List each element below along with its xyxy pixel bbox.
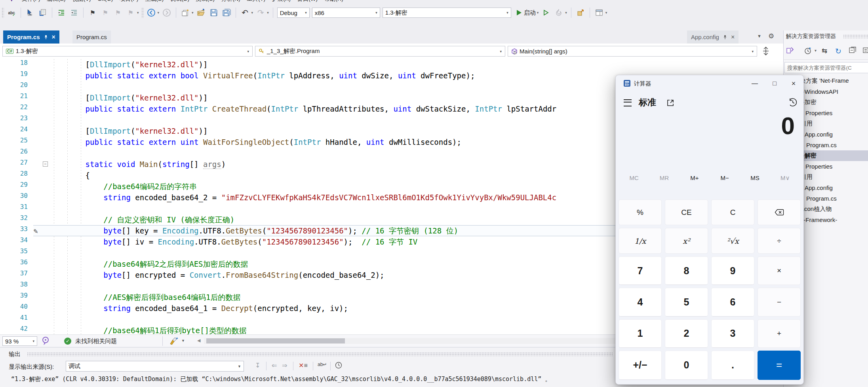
collapse-all-icon[interactable] (849, 47, 856, 54)
calc-key-seven[interactable]: 7 (619, 256, 662, 285)
calc-key-five[interactable]: 5 (665, 288, 708, 316)
save-all-icon[interactable] (221, 8, 232, 18)
calc-key-subtract[interactable]: − (758, 288, 801, 316)
calc-key-equals[interactable]: = (758, 351, 801, 380)
redo-dropdown-icon[interactable]: ▾ (267, 11, 269, 15)
calc-key-decimal[interactable]: . (711, 351, 754, 380)
solution-platform-combo[interactable]: x86▾ (312, 8, 380, 18)
glyph-margin[interactable] (33, 281, 49, 292)
calc-memory-clear-button[interactable]: MC (619, 171, 649, 185)
navigate-back-dropdown-icon[interactable]: ▾ (158, 11, 160, 15)
solution-config-combo[interactable]: Debug▾ (277, 8, 310, 18)
bookmark-dropdown-icon[interactable]: ▾ (137, 11, 139, 15)
output-clear-all-icon[interactable]: ✕≡ (299, 362, 308, 369)
window-layout-dropdown-icon[interactable]: ▾ (605, 11, 607, 15)
calc-key-backspace[interactable] (758, 199, 801, 225)
calc-key-multiply[interactable]: × (758, 256, 801, 285)
close-icon[interactable]: × (52, 34, 55, 40)
calc-key-negate[interactable]: +/− (619, 351, 662, 380)
calc-key-three[interactable]: 3 (711, 319, 754, 348)
calc-key-six[interactable]: 6 (711, 288, 754, 316)
output-drag-handle[interactable] (27, 352, 613, 356)
calc-memory-store-button[interactable]: MS (740, 171, 770, 185)
hot-reload-dropdown-icon[interactable]: ▾ (565, 11, 567, 15)
spell-check-icon[interactable]: abc✓ (6, 8, 17, 18)
close-button[interactable]: × (788, 78, 799, 89)
glyph-margin[interactable] (33, 92, 49, 103)
calculator-mode-label[interactable]: 标准 (639, 97, 656, 108)
navigate-back-icon[interactable] (146, 8, 156, 18)
glyph-margin[interactable] (33, 303, 49, 314)
new-file-dropdown-icon[interactable]: ▾ (192, 11, 194, 15)
nav-split-icon[interactable] (762, 47, 769, 55)
toolbar-drag-handle[interactable] (2, 8, 4, 18)
glyph-margin[interactable] (33, 325, 49, 334)
hscroll-left-arrow-icon[interactable]: ◀ (197, 338, 200, 343)
calc-memory-subtract-button[interactable]: M− (710, 171, 740, 185)
filter-dropdown-icon[interactable]: ▾ (815, 48, 817, 53)
copy-structure-icon[interactable] (38, 8, 48, 18)
undo-icon[interactable]: ↶ (240, 8, 250, 18)
calculator-window[interactable]: 计算器 — □ × 标准 0 MCMRM+M−MSM∨ %CEC1/xx²²√x… (615, 75, 804, 385)
startup-project-combo[interactable]: 1.3-解密▾ (383, 8, 511, 18)
glyph-margin[interactable] (33, 214, 49, 225)
calc-key-reciprocal[interactable]: 1/x (619, 228, 662, 254)
calc-key-zero[interactable]: 0 (665, 351, 708, 380)
pending-changes-filter-icon[interactable] (804, 47, 812, 55)
glyph-margin[interactable] (33, 114, 49, 125)
maximize-button[interactable]: □ (769, 78, 780, 89)
outdent-icon[interactable] (69, 8, 79, 18)
calculator-titlebar[interactable]: 计算器 — □ × (616, 75, 803, 92)
sync-with-active-document-icon[interactable] (786, 47, 794, 55)
glyph-margin[interactable] (33, 236, 49, 247)
output-prev-message-icon[interactable]: ⇐ (272, 362, 277, 369)
calc-key-one[interactable]: 1 (619, 319, 662, 348)
select-tool-icon[interactable] (25, 8, 35, 18)
glyph-margin[interactable] (33, 103, 49, 114)
panel-drag-handle[interactable] (843, 34, 868, 38)
switch-views-icon[interactable]: ⇆ (822, 47, 827, 55)
glyph-margin[interactable] (33, 292, 49, 303)
glyph-margin[interactable]: ✎ (33, 225, 49, 236)
tab-program-cs-active[interactable]: Program.cs × (3, 30, 59, 44)
minimize-button[interactable]: — (749, 78, 761, 89)
navigate-forward-icon[interactable] (162, 8, 172, 18)
glyph-margin[interactable] (33, 203, 49, 214)
attach-process-icon[interactable] (575, 8, 586, 18)
code-cleanup-dropdown-icon[interactable]: ▼ (181, 339, 185, 343)
calc-key-two[interactable]: 2 (665, 319, 708, 348)
undo-dropdown-icon[interactable]: ▾ (251, 11, 253, 15)
output-source-combo[interactable]: 调试▼ (66, 361, 244, 372)
glyph-margin[interactable] (33, 81, 49, 92)
calc-key-clear[interactable]: C (711, 199, 754, 225)
start-dropdown-icon[interactable]: ▾ (537, 11, 539, 15)
calc-key-add[interactable]: + (758, 319, 801, 348)
calc-key-eight[interactable]: 8 (665, 256, 708, 285)
calc-key-four[interactable]: 4 (619, 288, 662, 316)
tab-list-dropdown-icon[interactable]: ▼ (757, 34, 761, 38)
zoom-level-combo[interactable]: 93 %▾ (2, 336, 37, 346)
calc-memory-list-button[interactable]: M∨ (770, 171, 800, 185)
menu-items[interactable]: 文件(F) 编辑(E) 视图(V) Git(G) 项目(P) 生成(B) 调试(… (22, 0, 343, 3)
solution-explorer-search-input[interactable] (784, 62, 868, 73)
output-timestamp-clock-icon[interactable] (335, 362, 342, 369)
glyph-margin[interactable] (33, 258, 49, 269)
indent-icon[interactable] (56, 8, 67, 18)
pin-icon[interactable] (723, 35, 727, 40)
nav-type-combo[interactable]: _1_3_解密.Program ▾ (255, 46, 505, 57)
calc-key-percent[interactable]: % (619, 199, 662, 225)
document-options-gear-icon[interactable]: ⚙ (768, 32, 774, 40)
horizontal-scrollbar[interactable] (204, 338, 615, 344)
calc-key-square[interactable]: x² (665, 228, 708, 254)
bookmark-prev-icon[interactable]: ⚑ (100, 8, 110, 18)
glyph-margin[interactable] (33, 125, 49, 137)
feedback-icon[interactable] (41, 336, 50, 346)
glyph-margin[interactable] (33, 181, 49, 192)
start-without-debug-icon[interactable] (541, 8, 551, 18)
start-debug-button[interactable]: 启动 ▾ (517, 9, 539, 17)
keep-on-top-icon[interactable] (666, 99, 674, 107)
output-jump-icon[interactable]: ↧ (255, 362, 260, 369)
glyph-margin[interactable] (33, 59, 49, 70)
output-next-message-icon[interactable]: ⇒ (282, 362, 287, 369)
hot-reload-icon[interactable] (554, 8, 564, 18)
